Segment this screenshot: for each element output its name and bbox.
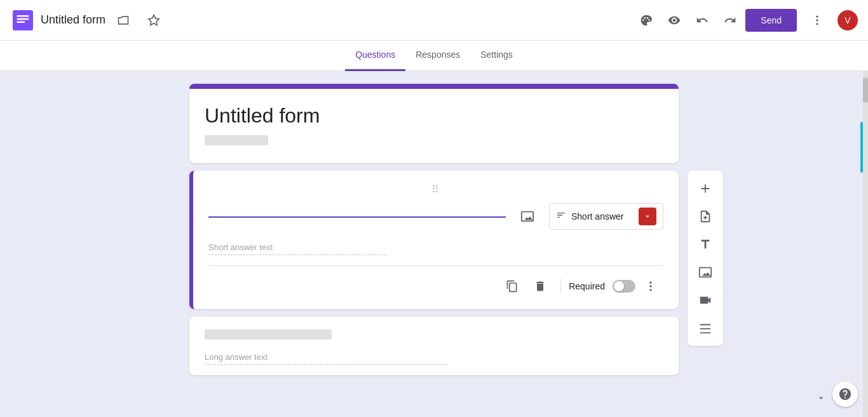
header-left: Untitled form xyxy=(10,8,634,33)
tab-bar: Questions Responses Settings xyxy=(0,41,868,71)
svg-point-13 xyxy=(649,285,651,287)
question-input-wrapper xyxy=(208,215,506,218)
question-toolbar: Required xyxy=(208,274,663,299)
svg-marker-4 xyxy=(149,15,159,25)
type-selector-label: Short answer xyxy=(571,211,634,222)
add-question-button[interactable] xyxy=(693,176,718,201)
tab-responses[interactable]: Responses xyxy=(405,41,470,71)
question-more-button[interactable] xyxy=(638,274,663,299)
help-button[interactable] xyxy=(832,381,858,407)
svg-rect-2 xyxy=(17,18,29,19)
long-answer-text: Long answer text xyxy=(205,350,446,365)
question-2-card: Long answer text xyxy=(189,317,679,375)
app-icon xyxy=(10,8,36,33)
svg-point-10 xyxy=(816,19,818,21)
svg-point-12 xyxy=(649,282,651,284)
import-questions-button[interactable] xyxy=(693,204,718,229)
svg-rect-1 xyxy=(17,15,29,17)
drag-handle: ⠿ xyxy=(208,183,663,195)
card-container: Untitled form ⠿ xyxy=(189,84,679,383)
form-header-card: Untitled form xyxy=(189,84,679,163)
required-label: Required xyxy=(569,281,605,291)
svg-rect-0 xyxy=(13,10,33,30)
folder-button[interactable] xyxy=(111,8,136,33)
svg-rect-3 xyxy=(17,21,25,22)
question-top-row: Short answer xyxy=(208,203,663,230)
svg-point-6 xyxy=(644,17,646,19)
active-indicator xyxy=(860,122,863,173)
scrollbar[interactable] xyxy=(863,71,868,417)
main-content: Untitled form ⠿ xyxy=(0,71,868,417)
type-selector-icon xyxy=(556,210,566,223)
palette-button[interactable] xyxy=(634,8,659,33)
header-form-title: Untitled form xyxy=(41,13,105,27)
tab-settings[interactable]: Settings xyxy=(470,41,523,71)
undo-button[interactable] xyxy=(689,8,715,33)
long-answer-input-placeholder[interactable] xyxy=(205,329,332,340)
question-1-card: ⠿ Short answer xyxy=(189,171,679,309)
form-description-placeholder xyxy=(205,135,268,145)
short-answer-section: Short answer text xyxy=(208,240,663,255)
preview-button[interactable] xyxy=(661,8,687,33)
short-answer-text: Short answer text xyxy=(208,240,386,255)
toolbar-divider xyxy=(560,279,561,294)
required-toggle[interactable] xyxy=(613,280,635,293)
question-image-button[interactable] xyxy=(516,205,539,228)
svg-point-11 xyxy=(816,23,818,25)
chevron-down-icon xyxy=(812,389,830,407)
app-header: Untitled form xyxy=(0,0,868,41)
star-button[interactable] xyxy=(141,8,166,33)
add-video-button[interactable] xyxy=(693,288,718,313)
form-title-display: Untitled form xyxy=(205,104,663,128)
delete-question-button[interactable] xyxy=(527,274,553,299)
add-section-button[interactable] xyxy=(693,315,718,341)
right-sidebar xyxy=(688,171,723,346)
avatar[interactable]: V xyxy=(837,10,858,30)
header-right: Send V xyxy=(634,8,858,33)
divider xyxy=(208,265,663,266)
question-type-selector[interactable]: Short answer xyxy=(549,203,663,230)
svg-point-9 xyxy=(816,15,818,17)
svg-point-7 xyxy=(647,17,649,19)
copy-question-button[interactable] xyxy=(499,274,525,299)
scrollbar-thumb[interactable] xyxy=(863,77,868,103)
input-underline xyxy=(208,216,506,218)
more-options-button[interactable] xyxy=(804,8,830,33)
svg-point-5 xyxy=(642,19,644,21)
svg-point-8 xyxy=(649,19,651,21)
add-image-button[interactable] xyxy=(693,260,718,285)
send-button[interactable]: Send xyxy=(745,9,797,32)
redo-button[interactable] xyxy=(717,8,743,33)
svg-point-14 xyxy=(649,289,651,291)
tab-questions[interactable]: Questions xyxy=(345,41,405,71)
add-title-button[interactable] xyxy=(693,232,718,257)
type-dropdown-arrow[interactable] xyxy=(639,208,656,225)
